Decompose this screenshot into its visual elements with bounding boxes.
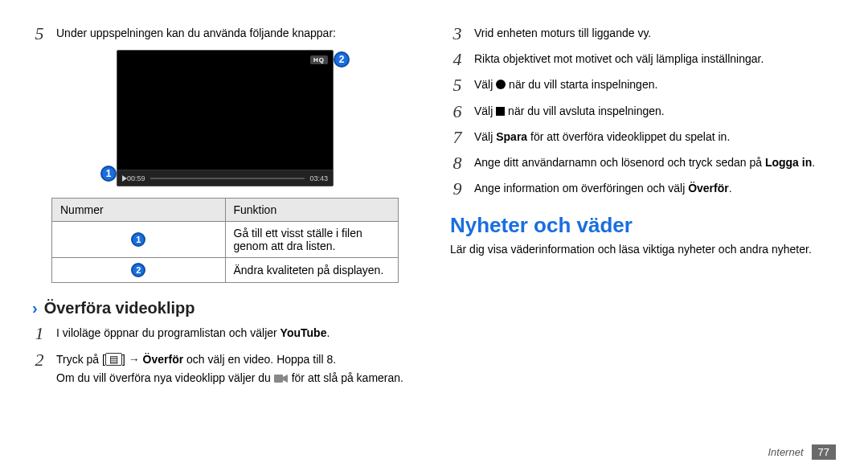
bold-loggain: Logga in	[765, 156, 812, 169]
svg-marker-1	[283, 375, 288, 383]
time-current: 00:59	[127, 174, 145, 182]
step-text: Ange information om överföringen och väl…	[474, 179, 836, 199]
subsection-title: Överföra videoklipp	[44, 299, 195, 317]
step-number: 3	[450, 24, 465, 43]
progress-bar	[150, 178, 305, 179]
table-cell-func: Ändra kvaliteten på displayen.	[225, 258, 399, 283]
step-number: 2	[32, 350, 47, 391]
table-cell-num: 2	[52, 258, 226, 283]
bold-overfor: Överför	[143, 353, 184, 366]
subsection-heading: › Överföra videoklipp	[32, 299, 418, 317]
chevron-icon: ›	[32, 299, 38, 317]
step-text: Ange ditt användarnamn och lösenord och …	[474, 154, 836, 173]
step-number: 6	[450, 102, 465, 121]
section-heading: Nyheter och väder	[450, 213, 836, 238]
record-icon	[496, 80, 506, 89]
page-footer: Internet 77	[768, 444, 836, 460]
stop-icon	[496, 107, 505, 116]
hq-badge: HQ	[310, 55, 328, 64]
table-row: 1 Gå till ett visst ställe i filen genom…	[52, 222, 399, 258]
step-number: 1	[32, 324, 47, 344]
section-intro: Lär dig visa väderinformation och läsa v…	[450, 243, 836, 256]
video-frame: HQ 00:59 03:43	[117, 50, 334, 186]
step-number: 5	[450, 76, 465, 95]
step-2-left: 2 Tryck på [▤] → Överför och välj en vid…	[32, 350, 418, 391]
step-text: Välj när du vill avsluta inspelningen.	[474, 102, 836, 121]
video-control-bar: 00:59 03:43	[117, 170, 333, 186]
step-3-right: 3 Vrid enheten moturs till liggande vy.	[450, 24, 836, 43]
step-text: Under uppspelningen kan du använda följa…	[56, 24, 418, 43]
step-text: Tryck på [▤] → Överför och välj en video…	[56, 350, 418, 391]
bold-spara: Spara	[496, 130, 527, 143]
step-text: Välj Spara för att överföra videoklippet…	[474, 128, 836, 147]
step-text: Vrid enheten moturs till liggande vy.	[474, 24, 836, 43]
step-number: 9	[450, 179, 465, 199]
bold-youtube: YouTube	[280, 326, 327, 339]
step-text: I viloläge öppnar du programlistan och v…	[56, 324, 418, 344]
step-7-right: 7 Välj Spara för att överföra videoklipp…	[450, 128, 836, 147]
camcorder-icon	[274, 373, 289, 388]
svg-rect-0	[274, 375, 283, 383]
step-6-right: 6 Välj när du vill avsluta inspelningen.	[450, 102, 836, 121]
step-5-right: 5 Välj när du vill starta inspelningen.	[450, 76, 836, 95]
step-8-right: 8 Ange ditt användarnamn och lösenord oc…	[450, 154, 836, 173]
step-text: Rikta objektivet mot motivet och välj lä…	[474, 50, 836, 69]
step-1-left: 1 I viloläge öppnar du programlistan och…	[32, 324, 418, 344]
step-number: 5	[32, 24, 47, 43]
step-number: 7	[450, 128, 465, 147]
step-4-right: 4 Rikta objektivet mot motivet och välj …	[450, 50, 836, 69]
col-header-function: Funktion	[225, 199, 399, 222]
page-body: 5 Under uppspelningen kan du använda föl…	[0, 0, 868, 414]
table-cell-func: Gå till ett visst ställe i filen genom a…	[225, 222, 399, 258]
left-column: 5 Under uppspelningen kan du använda föl…	[32, 24, 418, 398]
num-badge-1: 1	[131, 232, 145, 247]
step-5-left: 5 Under uppspelningen kan du använda föl…	[32, 24, 418, 43]
footer-section: Internet	[768, 446, 803, 458]
menu-key-icon: ▤	[105, 353, 122, 366]
right-column: 3 Vrid enheten moturs till liggande vy. …	[450, 24, 836, 398]
bold-overfor2: Överför	[688, 182, 729, 195]
table-cell-num: 1	[52, 222, 226, 258]
step-number: 8	[450, 154, 465, 173]
callout-badge-1: 1	[100, 166, 117, 182]
step-text: Välj när du vill starta inspelningen.	[474, 76, 836, 95]
table-row: 2 Ändra kvaliteten på displayen.	[52, 258, 399, 283]
time-total: 03:43	[309, 174, 328, 182]
video-illustration: HQ 00:59 03:43 1 2	[32, 50, 418, 186]
step-9-right: 9 Ange information om överföringen och v…	[450, 179, 836, 199]
table-header-row: Nummer Funktion	[52, 199, 399, 222]
callout-badge-2: 2	[334, 51, 350, 68]
col-header-number: Nummer	[52, 199, 226, 222]
num-badge-2: 2	[131, 263, 145, 277]
function-table: Nummer Funktion 1 Gå till ett visst stäl…	[51, 198, 399, 283]
step-number: 4	[450, 50, 465, 69]
footer-page-number: 77	[812, 444, 836, 460]
